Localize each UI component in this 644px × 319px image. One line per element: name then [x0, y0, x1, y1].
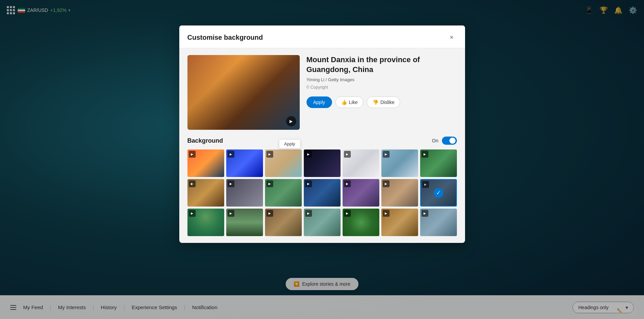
modal-header: Customise background × [179, 25, 465, 48]
video-icon-12: ▶ [344, 180, 351, 187]
video-icon-7: ▶ [422, 151, 428, 158]
like-label: Like [349, 100, 358, 105]
video-icon-3: ▶ [266, 151, 273, 158]
featured-title: Mount Danxia in the province of Guangdon… [307, 55, 457, 74]
thumb-item-14[interactable]: ▶✓ [420, 179, 457, 207]
video-icon-2: ▶ [228, 151, 234, 158]
video-icon-8: ▶ [189, 180, 196, 187]
toggle-on-label: On [432, 138, 439, 143]
video-icon-13: ▶ [383, 180, 390, 187]
video-icon-18: ▶ [305, 210, 312, 217]
customise-background-modal: Customise background × ▶ Mount Danxia in… [179, 25, 465, 243]
featured-section: ▶ Mount Danxia in the province of Guangd… [187, 55, 457, 130]
video-icon-17: ▶ [266, 210, 273, 217]
image-grid: ▶▶▶▶▶▶▶▶▶▶▶▶▶▶✓▶▶▶▶▶▶▶ [187, 149, 457, 236]
thumb-check-14: ✓ [421, 180, 456, 206]
video-icon-11: ▶ [305, 180, 312, 187]
featured-image-overlay [187, 55, 300, 130]
thumb-item-3[interactable]: ▶ [265, 149, 302, 177]
video-icon-21: ▶ [422, 210, 428, 217]
thumb-item-8[interactable]: ▶ [187, 179, 224, 207]
thumb-item-9[interactable]: ▶ [226, 179, 263, 207]
modal-body: ▶ Mount Danxia in the province of Guangd… [179, 48, 465, 243]
thumb-item-6[interactable]: ▶ [381, 149, 418, 177]
background-header: Background On [187, 137, 457, 145]
thumb-item-7[interactable]: ▶ [420, 149, 457, 177]
thumb-item-17[interactable]: ▶ [265, 209, 302, 236]
featured-author: Yiming Li / Getty Images [307, 77, 457, 82]
like-button[interactable]: 👍 Like [335, 96, 364, 108]
thumb-item-2[interactable]: ▶ [226, 149, 263, 177]
background-label: Background [187, 137, 223, 144]
video-icon-16: ▶ [228, 210, 234, 217]
video-icon-9: ▶ [228, 180, 234, 187]
modal-title: Customise background [187, 34, 263, 41]
dislike-icon: 👎 [373, 100, 378, 105]
video-icon-6: ▶ [383, 151, 390, 158]
video-icon-20: ▶ [383, 210, 390, 217]
dislike-label: Dislike [380, 100, 394, 105]
featured-copyright: © Copyright [307, 85, 457, 90]
featured-image: ▶ [187, 55, 300, 130]
thumb-item-16[interactable]: ▶ [226, 209, 263, 236]
video-icon-15: ▶ [189, 210, 196, 217]
modal-close-button[interactable]: × [447, 32, 457, 42]
thumb-item-20[interactable]: ▶ [381, 209, 418, 236]
apply-button[interactable]: Apply [307, 96, 332, 108]
video-icon-19: ▶ [344, 210, 351, 217]
thumb-item-11[interactable]: ▶ [304, 179, 341, 207]
video-icon-10: ▶ [266, 180, 273, 187]
play-button[interactable]: ▶ [286, 116, 296, 126]
featured-actions: Apply 👍 Like 👎 Dislike [307, 96, 457, 108]
featured-info: Mount Danxia in the province of Guangdon… [307, 55, 457, 130]
apply-tooltip: Apply [279, 139, 300, 148]
toggle-group: On [432, 137, 457, 145]
thumb-item-1[interactable]: ▶ [187, 149, 224, 177]
thumb-item-19[interactable]: ▶ [343, 209, 379, 236]
background-toggle[interactable] [442, 137, 457, 145]
thumb-item-15[interactable]: ▶ [187, 209, 224, 236]
thumb-item-4[interactable]: ▶ [304, 149, 341, 177]
video-icon-1: ▶ [189, 151, 196, 158]
thumb-item-18[interactable]: ▶ [304, 209, 341, 236]
thumb-item-5[interactable]: ▶ [343, 149, 379, 177]
thumb-item-21[interactable]: ▶ [420, 209, 457, 236]
thumb-item-13[interactable]: ▶ [381, 179, 418, 207]
dislike-button[interactable]: 👎 Dislike [367, 96, 400, 108]
like-icon: 👍 [341, 100, 347, 105]
video-icon-4: ▶ [305, 151, 312, 158]
thumb-item-12[interactable]: ▶ [343, 179, 379, 207]
video-icon-5: ▶ [344, 151, 351, 158]
thumb-item-10[interactable]: ▶ [265, 179, 302, 207]
